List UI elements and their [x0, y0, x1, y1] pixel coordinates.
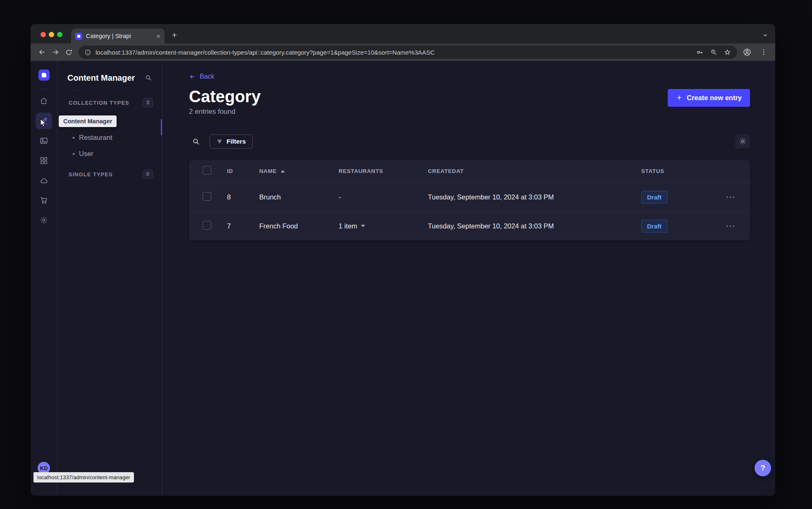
column-header-restaurants[interactable]: RESTAURANTS — [339, 168, 428, 174]
page-title: Category — [189, 87, 260, 106]
subnav-title: Content Manager — [67, 73, 135, 83]
link-status-bubble: localhost:1337/admin/content-manager — [33, 472, 134, 483]
rail-home-button[interactable] — [36, 93, 52, 109]
rail-media-library-button[interactable] — [36, 132, 52, 149]
active-item-indicator — [161, 119, 162, 135]
browser-menu-icon[interactable] — [757, 46, 770, 59]
bullet-icon — [73, 153, 74, 155]
browser-window: Category | Strapi × + localhost:1337/adm… — [31, 24, 775, 496]
subnav-item-restaurant[interactable]: Restaurant — [57, 130, 162, 146]
main-content: Back Category 2 entries found Create new… — [162, 61, 775, 496]
chevron-down-icon — [361, 225, 365, 227]
traffic-light-minimize[interactable] — [49, 32, 54, 37]
cell-id: 8 — [227, 193, 259, 201]
gear-icon — [739, 137, 747, 145]
table-row[interactable]: 7 French Food 1 item Tuesday, September … — [189, 211, 750, 240]
mouse-cursor — [39, 118, 47, 127]
back-link[interactable]: Back — [189, 73, 215, 80]
browser-toolbar: localhost:1337/admin/content-manager/col… — [31, 43, 775, 61]
back-nav-icon[interactable] — [36, 46, 49, 59]
cell-createdat: Tuesday, September 10, 2024 at 3:03 PM — [428, 222, 641, 230]
entries-count: 2 entries found — [189, 108, 260, 116]
traffic-light-close[interactable] — [41, 32, 46, 37]
bullet-icon — [73, 137, 74, 139]
column-header-status[interactable]: STATUS — [641, 168, 722, 174]
search-icon — [192, 137, 200, 146]
cell-createdat: Tuesday, September 10, 2024 at 3:03 PM — [428, 193, 641, 201]
strapi-favicon-icon — [75, 33, 82, 40]
collection-types-label: COLLECTION TYPES — [69, 100, 129, 106]
back-label: Back — [200, 73, 215, 80]
rail-marketplace-button[interactable] — [36, 192, 52, 209]
row-checkbox[interactable] — [203, 192, 211, 201]
create-new-entry-button[interactable]: Create new entry — [668, 89, 750, 107]
tab-title: Category | Strapi — [86, 33, 153, 39]
single-types-count-badge: 0 — [143, 170, 153, 179]
select-all-checkbox[interactable] — [203, 166, 211, 175]
password-key-icon[interactable] — [696, 48, 704, 56]
site-info-icon[interactable] — [84, 49, 91, 56]
cell-name: Brunch — [259, 193, 339, 201]
subnav-item-user[interactable]: User — [57, 146, 162, 162]
filters-label: Filters — [227, 138, 246, 145]
table-header-row: ID NAME RESTAURANTS CREATEDAT STATUS — [189, 160, 750, 182]
row-actions-button[interactable]: ⋯ — [722, 190, 739, 204]
zoom-icon[interactable] — [710, 48, 717, 56]
tab-search-chevron-icon[interactable] — [760, 30, 770, 40]
forward-nav-icon[interactable] — [49, 46, 62, 59]
sort-ascending-icon — [281, 170, 285, 173]
new-tab-button[interactable]: + — [169, 30, 180, 41]
back-arrow-icon — [189, 73, 196, 80]
table-row[interactable]: 8 Brunch - Tuesday, September 10, 2024 a… — [189, 182, 750, 211]
subnav-divider — [68, 90, 79, 90]
entries-table: ID NAME RESTAURANTS CREATEDAT STATUS 8 B… — [189, 160, 750, 240]
view-settings-button[interactable] — [735, 134, 750, 149]
tab-close-icon[interactable]: × — [156, 33, 160, 40]
cell-id: 7 — [227, 222, 259, 230]
cell-name: French Food — [259, 222, 339, 230]
rail-settings-button[interactable] — [36, 212, 52, 228]
rail-content-type-builder-button[interactable] — [36, 152, 52, 169]
column-header-name[interactable]: NAME — [259, 168, 339, 174]
single-types-label: SINGLE TYPES — [69, 171, 113, 178]
column-header-id[interactable]: ID — [227, 168, 259, 174]
row-checkbox[interactable] — [203, 221, 211, 230]
bookmark-star-icon[interactable] — [724, 48, 731, 56]
rail-cloud-button[interactable] — [36, 172, 52, 189]
subnav-item-label: User — [79, 150, 93, 158]
profile-icon[interactable] — [740, 46, 754, 59]
browser-tab[interactable]: Category | Strapi × — [71, 29, 165, 43]
traffic-light-zoom[interactable] — [57, 32, 62, 37]
nav-tooltip: Content Manager — [59, 115, 117, 127]
rail-divider — [37, 89, 51, 89]
tab-strip: Category | Strapi × + — [31, 24, 775, 43]
strapi-app: KD Content Manager COLLECTION TYPES 3 Ca… — [31, 61, 775, 496]
plus-icon — [676, 94, 683, 101]
status-badge: Draft — [641, 191, 667, 204]
strapi-logo[interactable] — [38, 70, 50, 81]
collection-types-count-badge: 3 — [143, 98, 153, 107]
url-bar[interactable]: localhost:1337/admin/content-manager/col… — [79, 46, 737, 59]
row-actions-button[interactable]: ⋯ — [722, 219, 739, 233]
reload-icon[interactable] — [62, 46, 75, 59]
create-new-entry-label: Create new entry — [687, 94, 742, 102]
url-text: localhost:1337/admin/content-manager/col… — [96, 49, 691, 56]
subnav-item-label: Restaurant — [79, 134, 112, 142]
help-button[interactable]: ? — [755, 460, 771, 476]
filters-button[interactable]: Filters — [210, 134, 253, 149]
column-header-createdat[interactable]: CREATEDAT — [428, 168, 641, 174]
search-entries-button[interactable] — [189, 134, 203, 149]
cell-restaurants[interactable]: 1 item — [339, 222, 428, 230]
cell-restaurants: - — [339, 193, 428, 201]
subnav-search-icon[interactable] — [145, 74, 152, 82]
status-badge: Draft — [641, 220, 667, 233]
filter-icon — [216, 138, 223, 145]
